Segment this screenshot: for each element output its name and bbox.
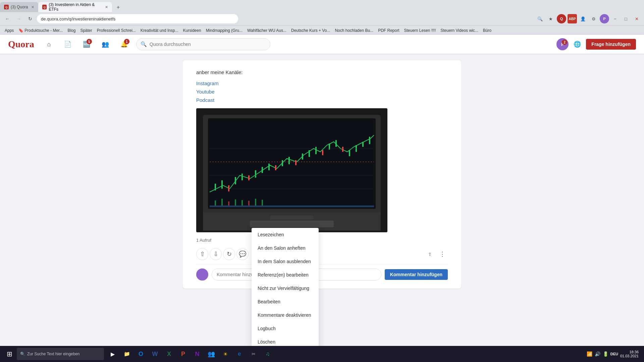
add-question-button[interactable]: Frage hinzufügen [586,39,636,50]
avatar-badge: 2 [562,40,567,45]
dropdown-item-salon-ausblenden[interactable]: In dem Salon ausblenden [252,255,319,268]
bookmark-5-label: Kreativität und Insp... [141,28,178,33]
bookmark-4-label: Professionell Schrei... [97,28,136,33]
bookmark-10-label: Noch hochladen Bu... [335,28,373,33]
people-icon[interactable]: 👥 [99,38,112,51]
svg-rect-43 [270,216,314,220]
quora-logo[interactable]: Quora [8,39,34,50]
dropdown-item-loeschen[interactable]: Löschen [252,335,319,337]
home-icon[interactable]: ⌂ [42,38,56,51]
new-tab-button[interactable]: + [113,3,123,12]
bookmark-3-label: Später [80,28,92,33]
address-bar-row: ← → ↻ 🔍 ★ Q ABP 👤 ⚙ P − □ ✕ [0,12,644,25]
svg-rect-15 [288,157,290,164]
back-button[interactable]: ← [3,14,12,23]
svg-rect-21 [329,143,330,149]
svg-rect-10 [255,170,256,178]
bookmarks-bar: Apps 🔖Produktsuche - Mer... Blog Später … [0,25,644,35]
youtube-link[interactable]: Youtube [196,89,448,95]
bookmark-star-icon[interactable]: ★ [546,14,555,23]
profile-extension-icon[interactable]: 👤 [578,14,588,23]
bookmark-12[interactable]: Steuern Lesen !!!! [402,27,438,34]
svg-rect-18 [309,150,310,157]
podcast-link[interactable]: Podcast [196,97,448,103]
dropdown-item-lesezeichen[interactable]: Lesezeichen [252,228,319,241]
bookmark-apps[interactable]: Apps [3,27,16,34]
bookmark-2[interactable]: Blog [65,27,77,34]
svg-rect-6 [228,185,229,191]
bookmark-14[interactable]: Büro [481,27,493,34]
article-image[interactable] [196,108,387,232]
extensions-icon[interactable]: ⚙ [589,14,598,23]
minimize-button[interactable]: − [610,14,620,23]
bookmark-10[interactable]: Noch hochladen Bu... [333,27,375,34]
svg-rect-17 [302,154,303,160]
share-button[interactable]: ⇧ [424,250,436,259]
adblock-icon[interactable]: ABP [568,14,577,23]
tab-1-close[interactable]: ✕ [31,5,34,9]
commenter-avatar [196,268,208,281]
quora-header: Quora ⌂ 📄 🆕 5 👥 🔔 1 🔍 P 2 🌐 Frage hinzuf… [0,35,644,54]
svg-rect-32 [235,199,236,205]
upvote-button[interactable]: ⇧ [196,248,208,260]
instagram-link[interactable]: Instagram [196,80,448,86]
dropdown-item-vervielfaeltigung[interactable]: Nicht zur Vervielfältigung [252,282,319,295]
digest-icon[interactable]: 📄 [61,38,74,51]
search-icon: 🔍 [141,41,147,47]
views-count: 1 Aufruf [196,238,448,243]
language-icon[interactable]: 🌐 [571,38,583,50]
downvote-button[interactable]: ⇩ [210,248,222,260]
reshare-button[interactable]: ↻ [223,248,235,260]
bookmark-9[interactable]: Deutsche Kurs + Vo... [289,27,332,34]
bookmark-5[interactable]: Kreativität und Insp... [139,27,180,34]
forward-button[interactable]: → [14,14,23,23]
svg-rect-36 [262,200,263,205]
bookmark-3[interactable]: Später [78,27,94,34]
dropdown-item-bearbeiten[interactable]: Bearbeiten [252,295,319,308]
bookmark-13-label: Steuern Videos wic... [440,28,478,33]
notifications-icon[interactable]: 🔔 1 [117,38,131,51]
search-bar[interactable]: 🔍 [136,38,270,50]
reload-button[interactable]: ↻ [25,14,35,23]
svg-rect-20 [322,150,323,155]
tab-2[interactable]: Q (3) Investieren in Aktien & ETFs ✕ [38,2,112,12]
dropdown-item-salon-anheften[interactable]: An den Salon anheften [252,241,319,255]
bookmark-4[interactable]: Professionell Schrei... [95,27,138,34]
bookmark-7[interactable]: Mindmapping (Gru... [204,27,245,34]
tab-1[interactable]: Q (3) Quora ✕ [0,2,38,12]
search-input[interactable] [150,42,266,47]
bookmark-6[interactable]: Kursideen [181,27,203,34]
dropdown-item-logbuch[interactable]: Logbuch [252,322,319,335]
more-options-button[interactable]: ⋮ [437,249,448,259]
svg-rect-8 [241,174,243,180]
bookmark-9-label: Deutsche Kurs + Vo... [291,28,330,33]
address-input[interactable] [37,14,238,23]
bookmark-13[interactable]: Steuern Videos wic... [438,27,480,34]
spaces-badge: 5 [87,39,92,44]
svg-rect-30 [221,199,223,205]
svg-rect-33 [241,200,243,205]
dropdown-item-referenz[interactable]: Referenz(en) bearbeiten [252,268,319,282]
comment-button[interactable]: 💬 [236,248,249,260]
browser-profile[interactable]: P [600,14,609,23]
maximize-button[interactable]: □ [621,14,631,23]
user-avatar[interactable]: P 2 [556,38,569,50]
bookmark-11[interactable]: PDF Report [376,27,401,34]
tab-bar: Q (3) Quora ✕ Q (3) Investieren in Aktie… [0,0,644,12]
bookmark-8[interactable]: Wahlfächer WU Aus... [245,27,288,34]
svg-rect-37 [210,205,374,207]
zoom-icon[interactable]: 🔍 [535,14,545,23]
comment-submit-button[interactable]: Kommentar hinzufügen [385,269,448,280]
svg-rect-4 [215,184,216,190]
dropdown-menu: Lesezeichen An den Salon anheften In dem… [252,228,319,337]
svg-rect-23 [342,147,343,152]
quora-extension-icon[interactable]: Q [557,14,566,23]
tab-2-close[interactable]: ✕ [105,5,108,9]
close-button[interactable]: ✕ [632,14,641,23]
svg-rect-5 [221,180,223,189]
spaces-icon[interactable]: 🆕 5 [80,38,93,51]
tab-1-favicon: Q [4,5,9,9]
svg-rect-42 [250,221,334,227]
dropdown-item-kommentare[interactable]: Kommentare deaktivieren [252,308,319,322]
bookmark-1[interactable]: 🔖Produktsuche - Mer... [16,27,65,34]
